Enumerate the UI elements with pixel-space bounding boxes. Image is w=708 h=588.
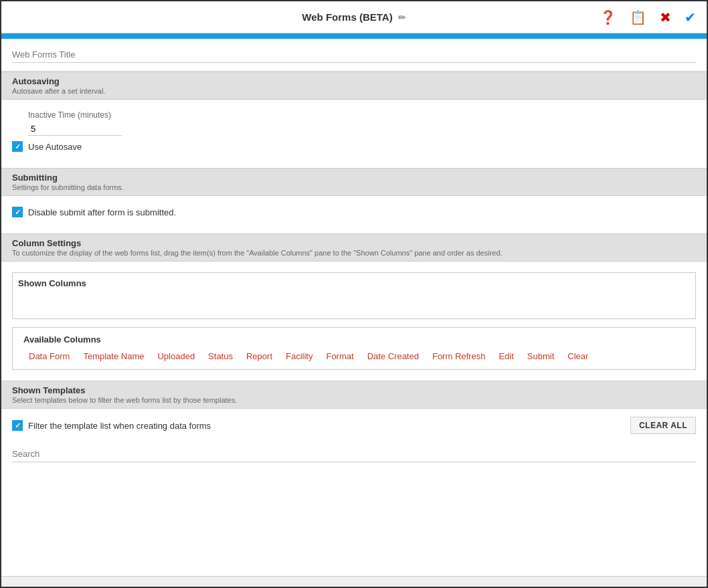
available-columns-label: Available Columns — [23, 334, 685, 345]
horizontal-scrollbar[interactable] — [1, 579, 707, 588]
autosaving-subtitle: Autosave after a set interval. — [12, 87, 696, 95]
title-input-row — [1, 39, 707, 72]
copy-icon[interactable]: 📋 — [630, 9, 646, 25]
title-bar-icons: ❓ 📋 ✖ ✔ — [600, 9, 696, 25]
search-row — [1, 442, 707, 470]
autosaving-body: Inactive Time (minutes) Use Autosave — [1, 100, 707, 168]
use-autosave-checkbox[interactable] — [12, 141, 23, 152]
column-item-template-name[interactable]: Template Name — [78, 350, 149, 363]
disable-submit-checkbox[interactable] — [12, 207, 23, 217]
main-content[interactable]: Autosaving Autosave after a set interval… — [1, 39, 707, 576]
inactive-time-label: Inactive Time (minutes) — [28, 110, 696, 120]
column-item-edit[interactable]: Edit — [493, 350, 519, 363]
use-autosave-label: Use Autosave — [28, 142, 82, 152]
column-item-clear[interactable]: Clear — [562, 350, 594, 363]
shown-columns-label: Shown Columns — [18, 278, 690, 288]
filter-row: Filter the template list when creating d… — [1, 409, 707, 442]
submitting-subtitle: Settings for submitting data forms. — [12, 183, 696, 191]
clear-all-button[interactable]: CLEAR ALL — [630, 417, 696, 434]
bottom-scrollbar-bar[interactable] — [1, 576, 707, 588]
page-title: Web Forms (BETA) — [302, 11, 392, 23]
check-icon[interactable]: ✔ — [685, 9, 696, 25]
edit-icon[interactable]: ✏ — [398, 12, 406, 23]
title-bar: Web Forms (BETA) ✏ ❓ 📋 ✖ ✔ — [1, 1, 707, 33]
inactive-time-input[interactable] — [28, 122, 122, 136]
filter-template-label: Filter the template list when creating d… — [28, 421, 211, 431]
filter-template-checkbox[interactable] — [12, 420, 23, 431]
search-input[interactable] — [12, 446, 696, 462]
shown-templates-title: Shown Templates — [12, 385, 696, 395]
help-icon[interactable]: ❓ — [600, 9, 616, 25]
disable-submit-label: Disable submit after form is submitted. — [28, 207, 176, 217]
submitting-title: Submitting — [12, 173, 696, 183]
columns-list: Data FormTemplate NameUploadedStatusRepo… — [23, 350, 685, 363]
shown-templates-section: Shown Templates Select templates below t… — [1, 381, 707, 470]
column-item-status[interactable]: Status — [203, 350, 238, 363]
available-columns-box: Available Columns Data FormTemplate Name… — [12, 327, 696, 370]
submitting-header: Submitting Settings for submitting data … — [1, 168, 707, 196]
shown-templates-header: Shown Templates Select templates below t… — [1, 381, 707, 409]
column-item-form-refresh[interactable]: Form Refresh — [427, 350, 491, 363]
column-item-format[interactable]: Format — [321, 350, 359, 363]
autosaving-title: Autosaving — [12, 76, 696, 86]
column-item-report[interactable]: Report — [241, 350, 278, 363]
autosaving-header: Autosaving Autosave after a set interval… — [1, 72, 707, 100]
column-item-date-created[interactable]: Date Created — [362, 350, 424, 363]
web-forms-title-input[interactable] — [12, 47, 696, 63]
close-icon[interactable]: ✖ — [660, 9, 671, 25]
column-item-uploaded[interactable]: Uploaded — [152, 350, 200, 363]
autosaving-section: Autosaving Autosave after a set interval… — [1, 72, 707, 168]
submitting-section: Submitting Settings for submitting data … — [1, 168, 707, 233]
shown-columns-box: Shown Columns — [12, 272, 696, 319]
disable-submit-row: Disable submit after form is submitted. — [12, 207, 696, 217]
use-autosave-row: Use Autosave — [12, 141, 696, 152]
shown-templates-subtitle: Select templates below to filter the web… — [12, 396, 696, 404]
column-settings-header: Column Settings To customize the display… — [1, 233, 707, 262]
submitting-body: Disable submit after form is submitted. — [1, 196, 707, 233]
column-item-submit[interactable]: Submit — [522, 350, 559, 363]
column-item-facility[interactable]: Facility — [280, 350, 318, 363]
column-settings-subtitle: To customize the display of the web form… — [12, 249, 696, 257]
inactive-time-group: Inactive Time (minutes) — [12, 110, 696, 136]
blue-accent-bar — [1, 33, 707, 39]
column-settings-body: Shown Columns Available Columns Data For… — [1, 262, 707, 381]
column-settings-section: Column Settings To customize the display… — [1, 233, 707, 381]
column-item-data-form[interactable]: Data Form — [23, 350, 75, 363]
filter-left: Filter the template list when creating d… — [12, 420, 211, 431]
column-settings-title: Column Settings — [12, 238, 696, 248]
